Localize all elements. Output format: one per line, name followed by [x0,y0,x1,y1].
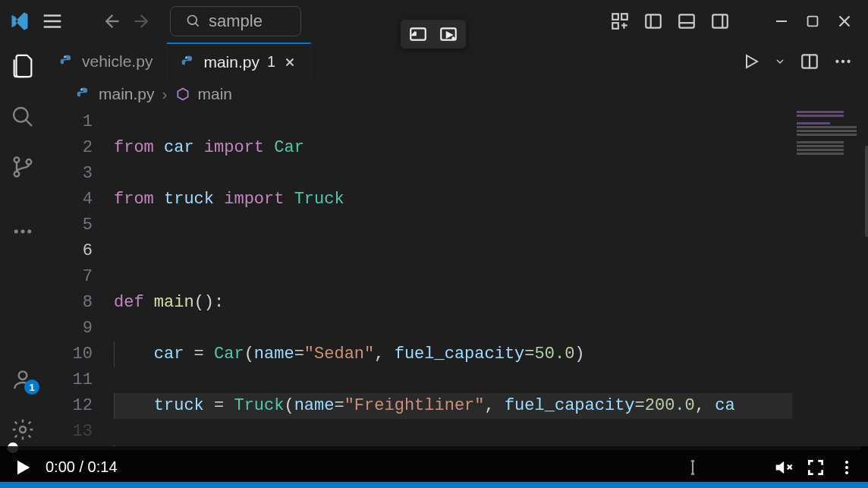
svg-point-34 [19,371,27,379]
text-cursor-icon[interactable] [683,455,703,480]
split-editor-icon[interactable] [800,52,819,71]
svg-point-5 [188,16,197,25]
svg-point-26 [14,108,28,122]
svg-rect-9 [612,23,618,29]
volume-muted-icon[interactable] [772,457,794,478]
svg-marker-47 [17,460,30,474]
svg-point-32 [21,230,25,234]
activity-source-control[interactable] [11,155,35,179]
minimap[interactable] [792,108,868,446]
svg-marker-24 [447,33,452,38]
window-close-icon[interactable] [835,11,854,31]
activity-settings[interactable] [11,417,35,442]
breadcrumb-separator: › [162,85,168,103]
editor-group: vehicle.py main.py 1 main.py › main [46,43,868,446]
tab-label: main.py [203,53,259,71]
svg-rect-14 [679,14,694,27]
breadcrumb-symbol: main [198,85,233,103]
svg-point-28 [14,157,20,162]
svg-point-29 [14,172,20,177]
svg-point-37 [186,56,187,58]
git-branch-icon [11,155,35,179]
editor-actions [742,52,868,71]
files-icon [10,53,36,79]
activity-accounts[interactable]: 1 [11,367,35,392]
svg-point-33 [27,230,31,234]
run-dropdown-icon[interactable] [774,55,786,68]
vscode-logo-icon [9,11,30,32]
pip-cast-icon[interactable] [439,24,458,44]
svg-line-6 [196,24,199,27]
python-file-icon [181,55,196,70]
gear-icon [11,417,35,442]
close-tab-icon[interactable] [283,55,297,69]
status-bar [0,482,868,488]
toggle-sidebar-icon[interactable] [643,11,663,31]
search-placeholder: sample [209,11,263,31]
svg-point-52 [845,471,848,474]
svg-point-50 [845,461,848,464]
more-actions-icon[interactable] [833,52,853,71]
activity-bar: 1 [0,43,46,446]
search-icon [11,105,35,129]
svg-point-43 [835,59,838,62]
breadcrumb-file: main.py [99,85,155,103]
svg-marker-40 [747,55,757,68]
command-center-search[interactable]: sample [170,6,301,36]
pip-overlay [401,20,466,49]
layout-customize-icon[interactable] [610,11,630,31]
svg-point-25 [451,36,454,39]
toggle-secondary-sidebar-icon[interactable] [710,11,730,31]
accounts-badge: 1 [24,379,39,395]
svg-point-36 [64,55,66,57]
tab-vehicle-py[interactable]: vehicle.py [46,43,167,80]
python-file-icon [76,87,91,102]
ellipsis-icon [11,220,34,243]
code-content[interactable]: from car import Car from truck import Tr… [114,108,868,446]
svg-point-51 [845,466,848,469]
activity-explorer[interactable] [10,53,36,79]
svg-line-27 [26,120,32,126]
code-editor[interactable]: 12345678910111213 from car import Car fr… [46,108,868,446]
pip-enter-icon[interactable] [408,24,428,44]
hamburger-menu-icon[interactable] [41,10,64,33]
svg-point-44 [841,59,844,62]
tab-main-py[interactable]: main.py 1 [167,43,311,80]
video-more-icon[interactable] [838,458,856,477]
line-number-gutter: 12345678910111213 [46,108,114,446]
svg-rect-12 [646,14,661,27]
svg-point-45 [847,59,850,62]
nav-back-icon[interactable] [100,11,121,32]
window-minimize-icon[interactable] [772,12,791,30]
activity-search[interactable] [11,105,35,129]
activity-more[interactable] [11,220,34,243]
tab-dirty-count: 1 [267,53,275,71]
svg-point-46 [81,89,83,90]
nav-forward-icon[interactable] [132,11,153,32]
svg-rect-8 [621,14,627,20]
fullscreen-icon[interactable] [806,458,826,477]
video-time: 0:00 / 0:14 [46,458,118,476]
svg-point-30 [27,159,32,165]
minimap-scrollbar[interactable] [865,146,868,237]
play-icon[interactable] [12,457,33,478]
svg-point-35 [20,427,26,433]
python-file-icon [59,54,74,69]
svg-point-31 [14,230,18,234]
svg-rect-19 [808,17,818,27]
tab-label: vehicle.py [82,52,153,71]
search-icon [186,14,201,29]
toggle-panel-icon[interactable] [677,11,697,31]
breadcrumb[interactable]: main.py › main [46,80,868,108]
symbol-method-icon [175,87,190,102]
run-icon[interactable] [742,52,760,71]
svg-rect-16 [712,14,728,27]
window-maximize-icon[interactable] [804,13,821,30]
svg-rect-7 [612,14,618,20]
